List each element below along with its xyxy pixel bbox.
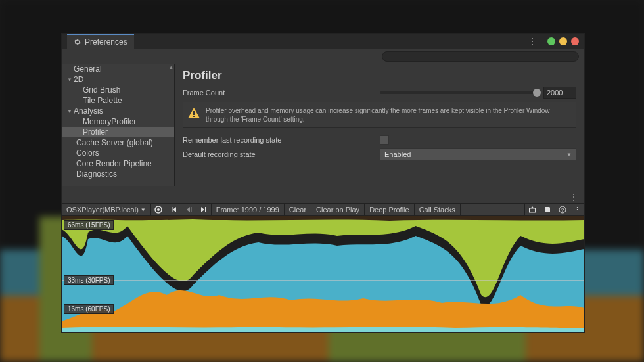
preferences-content: Profiler Frame Count Profiler overhead a…: [175, 64, 584, 186]
svg-rect-6: [193, 116, 195, 117]
svg-text:?: ?: [561, 207, 564, 213]
sidebar-item-memory-profiler[interactable]: MemoryProfiler: [62, 116, 174, 127]
preferences-tab[interactable]: Preferences: [67, 34, 134, 49]
fps-label-30: 33ms (30FPS): [64, 275, 114, 285]
fps-label-60: 16ms (60FPS): [64, 304, 114, 314]
sidebar-item-analysis[interactable]: ▼Analysis: [62, 106, 174, 116]
sidebar-item-tile-palette[interactable]: Tile Palette: [62, 95, 174, 106]
call-stacks-button[interactable]: Call Stacks: [415, 204, 461, 215]
warning-icon: [187, 106, 200, 120]
record-button[interactable]: [151, 204, 166, 215]
default-state-dropdown[interactable]: Enabled ▼: [380, 148, 576, 160]
panel-kebab-button[interactable]: ⋮: [570, 204, 584, 215]
save-button[interactable]: [540, 204, 555, 215]
profiler-graph[interactable]: 66ms (15FPS) 33ms (30FPS) 16ms (60FPS): [62, 216, 584, 332]
titlebar: Preferences ⋮: [62, 34, 584, 49]
default-state-label: Default recording state: [183, 150, 380, 158]
remember-state-checkbox[interactable]: [380, 135, 389, 145]
page-title: Profiler: [183, 69, 576, 82]
sidebar-item-2d[interactable]: ▼2D: [62, 74, 174, 85]
load-button[interactable]: [525, 204, 540, 215]
deep-profile-button[interactable]: Deep Profile: [365, 204, 415, 215]
frame-count-slider[interactable]: [380, 91, 538, 94]
frame-first-button[interactable]: [166, 204, 181, 215]
scroll-up-icon: ▴: [170, 64, 173, 70]
frame-forward-button[interactable]: [196, 204, 212, 215]
chevron-down-icon: ▼: [566, 152, 572, 158]
frame-count-field[interactable]: [543, 87, 576, 99]
search-bar: ⌕: [62, 49, 584, 64]
svg-rect-5: [193, 111, 195, 115]
profiler-toolbar: OSXPlayer(MBP.local)▼ Frame: 1999 / 1999…: [62, 203, 584, 216]
chevron-down-icon: ▼: [141, 207, 146, 213]
traffic-light-green[interactable]: [547, 37, 555, 45]
warning-box: Profiler overhead and memory usage can i…: [183, 102, 576, 128]
window-menu-icon[interactable]: ⋮: [528, 36, 537, 47]
warning-text: Profiler overhead and memory usage can i…: [206, 106, 572, 124]
frame-indicator[interactable]: Frame: 1999 / 1999: [212, 204, 285, 215]
traffic-light-yellow[interactable]: [559, 37, 567, 45]
frame-back-button[interactable]: [181, 204, 196, 215]
sidebar-item-diagnostics[interactable]: Diagnostics: [62, 169, 174, 179]
sidebar-item-cache-server[interactable]: Cache Server (global): [62, 137, 174, 148]
svg-point-8: [157, 208, 160, 211]
slider-thumb[interactable]: [533, 89, 541, 97]
remember-state-label: Remember last recording state: [183, 136, 380, 144]
sidebar-item-profiler[interactable]: Profiler: [62, 127, 174, 137]
profiler-panel-menu[interactable]: ⋮: [62, 192, 584, 203]
help-button[interactable]: ?: [555, 204, 570, 215]
preferences-sidebar[interactable]: ▴ General ▼2D Grid Brush Tile Palette ▼A…: [62, 64, 175, 186]
clear-button[interactable]: Clear: [285, 204, 311, 215]
foldout-icon[interactable]: ▼: [67, 108, 74, 114]
fps-label-15: 66ms (15FPS): [64, 220, 114, 230]
sidebar-item-general[interactable]: General: [62, 64, 174, 74]
preferences-window: Preferences ⋮ ⌕ ▴ General ▼2D Grid Brush…: [61, 33, 585, 333]
tab-title: Preferences: [85, 37, 127, 47]
foldout-icon[interactable]: ▼: [67, 77, 74, 83]
target-dropdown[interactable]: OSXPlayer(MBP.local)▼: [62, 204, 151, 215]
svg-rect-9: [530, 208, 536, 212]
sidebar-item-core-render[interactable]: Core Render Pipeline: [62, 158, 174, 169]
gear-icon: [74, 38, 81, 46]
clear-on-play-button[interactable]: Clear on Play: [311, 204, 365, 215]
sidebar-item-grid-brush[interactable]: Grid Brush: [62, 85, 174, 95]
traffic-light-red[interactable]: [571, 37, 579, 45]
frame-count-label: Frame Count: [183, 89, 380, 97]
sidebar-item-colors[interactable]: Colors: [62, 148, 174, 158]
search-input[interactable]: [382, 51, 579, 62]
